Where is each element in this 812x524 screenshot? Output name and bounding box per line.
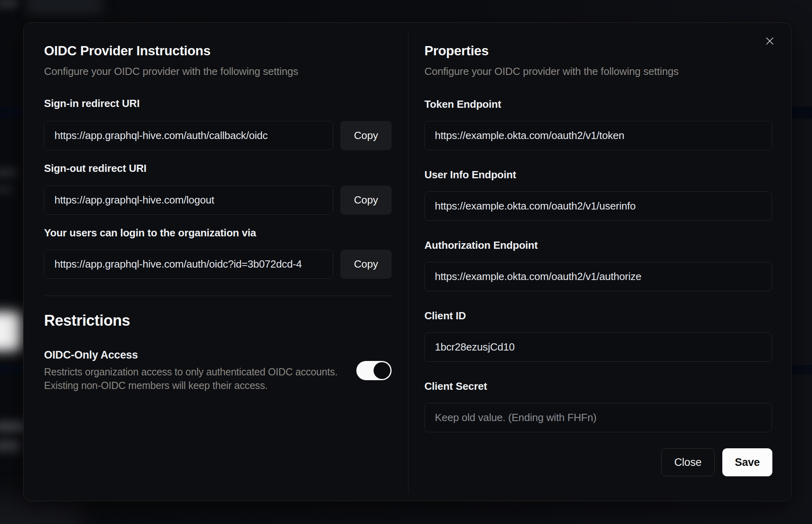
token-endpoint-input[interactable] (424, 121, 772, 150)
signout-redirect-uri-input[interactable] (44, 185, 333, 215)
client-id-input[interactable] (424, 333, 772, 362)
restrictions-divider (44, 296, 392, 296)
authorization-endpoint-input[interactable] (424, 262, 772, 291)
close-x-icon (764, 36, 775, 46)
client-secret-label: Client Secret (424, 380, 487, 393)
copy-signin-uri-button[interactable]: Copy (340, 121, 392, 150)
user-info-endpoint-label: User Info Endpoint (424, 169, 516, 181)
instructions-subtitle: Configure your OIDC provider with the fo… (44, 65, 298, 78)
signin-redirect-uri-input[interactable] (44, 121, 333, 150)
signin-redirect-uri-label: Sign-in redirect URI (44, 97, 140, 110)
column-divider (408, 32, 408, 494)
close-button[interactable]: Close (661, 448, 715, 476)
organization-login-uri-input[interactable] (44, 250, 333, 279)
description-line: Restricts organization access to only au… (44, 365, 340, 379)
oidc-only-access-toggle[interactable] (356, 361, 392, 380)
signout-redirect-uri-label: Sign-out redirect URI (44, 162, 147, 175)
backdrop-blurred-text (0, 440, 20, 452)
authorization-endpoint-label: Authorization Endpoint (424, 239, 538, 252)
user-info-endpoint-input[interactable] (424, 191, 772, 221)
client-id-label: Client ID (424, 310, 466, 322)
properties-subtitle: Configure your OIDC provider with the fo… (424, 65, 679, 78)
copy-login-uri-button[interactable]: Copy (340, 250, 392, 279)
token-endpoint-label: Token Endpoint (424, 98, 501, 111)
page-background: OIDC Provider Instructions Configure you… (0, 0, 812, 524)
description-line: Existing non-OIDC members will keep thei… (44, 379, 340, 392)
client-secret-input[interactable] (424, 403, 772, 432)
instructions-title: OIDC Provider Instructions (44, 43, 211, 58)
backdrop-blurred-text (0, 186, 12, 193)
modal-close-button[interactable] (760, 31, 780, 51)
restrictions-title: Restrictions (44, 312, 130, 329)
toggle-knob (374, 362, 390, 379)
backdrop-blurred-text (0, 421, 26, 432)
oidc-settings-modal: OIDC Provider Instructions Configure you… (23, 22, 792, 501)
backdrop-blurred-element (26, 0, 103, 14)
save-button[interactable]: Save (722, 448, 772, 476)
backdrop-blurred-white-button (0, 312, 22, 351)
properties-title: Properties (424, 43, 488, 58)
backdrop-blurred-text (0, 168, 16, 177)
organization-login-uri-label: Your users can login to the organization… (44, 227, 256, 239)
oidc-only-access-label: OIDC-Only Access (44, 349, 138, 361)
oidc-only-access-description: Restricts organization access to only au… (44, 365, 340, 392)
copy-signout-uri-button[interactable]: Copy (340, 185, 392, 215)
backdrop-blurred-element (0, 0, 18, 9)
